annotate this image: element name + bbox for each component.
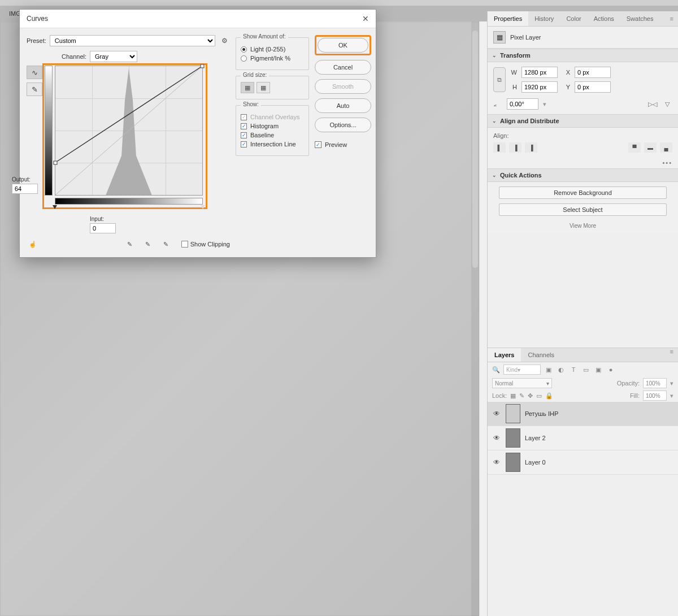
layer-item[interactable]: 👁 Ретушь IHP [488,402,678,426]
align-top-icon[interactable]: ▀ [628,142,641,153]
properties-tabs: Properties History Color Actions Swatche… [488,11,678,27]
radio-pigment[interactable]: Pigment/Ink % [241,55,304,62]
more-options-icon[interactable]: ••• [488,157,678,168]
kind-filter[interactable]: Kind▾ [503,365,541,375]
lock-position-icon[interactable]: ✥ [528,392,533,400]
tab-channels[interactable]: Channels [521,348,560,362]
filter-shape-icon[interactable]: ▭ [581,366,590,374]
output-input[interactable] [12,184,38,194]
curve-pencil-tool-icon[interactable]: ✎ [27,83,42,96]
eyedropper-white-icon[interactable]: ✎ [160,238,172,250]
opacity-input[interactable]: 100% [643,378,667,388]
tab-swatches[interactable]: Swatches [620,11,660,26]
filter-toggle-icon[interactable]: ● [606,366,615,373]
tab-history[interactable]: History [528,11,560,26]
h-label: H [509,84,517,90]
preset-select[interactable]: Custom [50,35,215,46]
grid-fine-icon[interactable]: ▦ [257,82,270,93]
grid-coarse-icon[interactable]: ▦ [241,82,254,93]
scrollbar-vertical[interactable] [471,21,479,616]
tab-actions[interactable]: Actions [588,11,620,26]
tab-layers[interactable]: Layers [488,348,521,362]
lock-all-icon[interactable]: 🔒 [545,392,553,400]
chevron-down-icon: ⌄ [492,53,497,58]
check-histogram[interactable]: Histogram [241,123,304,129]
cancel-button[interactable]: Cancel [315,60,371,75]
curves-grid[interactable] [55,66,203,196]
align-vcenter-icon[interactable]: ▬ [644,142,657,153]
check-baseline[interactable]: Baseline [241,132,304,138]
filter-image-icon[interactable]: ▣ [544,366,553,374]
layer-item[interactable]: 👁 Layer 2 [488,426,678,450]
select-subject-button[interactable]: Select Subject [499,203,667,216]
close-icon[interactable]: ✕ [362,14,369,23]
blend-mode-select[interactable]: Normal▾ [492,378,552,388]
layer-name[interactable]: Layer 0 [525,459,546,466]
eyedropper-black-icon[interactable]: ✎ [124,238,136,250]
visibility-icon[interactable]: 👁 [492,434,501,442]
input-input[interactable] [90,223,116,233]
ok-button[interactable]: OK [318,38,368,53]
visibility-icon[interactable]: 👁 [492,410,501,418]
align-left-icon[interactable]: ▌ [493,142,506,153]
filter-adjust-icon[interactable]: ◐ [557,366,566,374]
channel-select[interactable]: Gray [90,51,137,62]
flip-horizontal-icon[interactable]: ▷◁ [647,99,658,109]
panel-menu-icon[interactable]: ≡ [666,15,678,22]
options-button[interactable]: Options... [315,118,371,132]
x-label: X [562,69,570,76]
fill-input[interactable]: 100% [643,391,667,401]
y-input[interactable] [575,81,611,93]
align-hcenter-icon[interactable]: ▐ [509,142,521,153]
visibility-icon[interactable]: 👁 [492,458,501,466]
angle-icon: ⦟ [493,100,502,108]
layer-name[interactable]: Ретушь IHP [525,410,558,417]
filter-type-icon[interactable]: T [569,366,578,373]
white-point-slider[interactable] [201,205,205,209]
lock-artboard-icon[interactable]: ▭ [536,392,542,400]
layer-thumbnail[interactable] [506,428,520,448]
show-clipping-checkbox[interactable]: Show Clipping [181,241,230,248]
preview-checkbox[interactable]: Preview [315,141,371,148]
lock-pixels-icon[interactable]: ✎ [519,392,524,400]
flip-vertical-icon[interactable]: ▽ [662,99,672,109]
annotation-highlight: OK [315,35,371,55]
x-input[interactable] [575,67,611,78]
dialog-title: Curves [27,15,48,23]
check-intersection[interactable]: Intersection Line [241,141,304,148]
section-align[interactable]: ⌄Align and Distribute [488,114,678,128]
on-image-tool-icon[interactable]: ☝ [27,238,39,250]
curve-point-tool-icon[interactable]: ∿ [27,66,42,79]
section-transform[interactable]: ⌄Transform [488,49,678,62]
curve-line [55,66,202,195]
width-input[interactable] [521,67,558,78]
curve-point[interactable] [54,160,58,164]
angle-input[interactable] [507,98,538,110]
panel-menu-icon[interactable]: ≡ [666,348,678,362]
tab-properties[interactable]: Properties [488,11,528,26]
curves-graph[interactable]: Output: [45,66,205,207]
remove-background-button[interactable]: Remove Background [499,186,667,199]
layer-item[interactable]: 👁 Layer 0 [488,450,678,475]
tab-color[interactable]: Color [560,11,587,26]
section-quick-actions[interactable]: ⌄Quick Actions [488,168,678,182]
lock-transparent-icon[interactable]: ▦ [510,392,516,400]
search-icon[interactable]: 🔍 [492,366,500,374]
height-input[interactable] [521,81,558,93]
radio-light[interactable]: Light (0-255) [241,46,304,53]
layer-thumbnail[interactable] [506,404,520,423]
auto-button[interactable]: Auto [315,98,371,113]
align-right-icon[interactable]: ▐ [525,142,537,153]
smooth-button[interactable]: Smooth [315,79,371,94]
view-more-link[interactable]: View More [499,220,667,229]
eyedropper-gray-icon[interactable]: ✎ [142,238,154,250]
align-bottom-icon[interactable]: ▄ [660,142,672,153]
link-dimensions-icon[interactable]: ⧉ [493,67,506,92]
filter-smart-icon[interactable]: ▣ [594,366,603,374]
layer-name[interactable]: Layer 2 [525,435,546,441]
layer-thumbnail[interactable] [506,453,520,472]
black-point-slider[interactable] [53,205,57,209]
curve-point[interactable] [201,64,205,68]
gear-icon[interactable]: ⚙ [219,37,230,45]
show-amount-legend: Show Amount of: [241,33,288,40]
